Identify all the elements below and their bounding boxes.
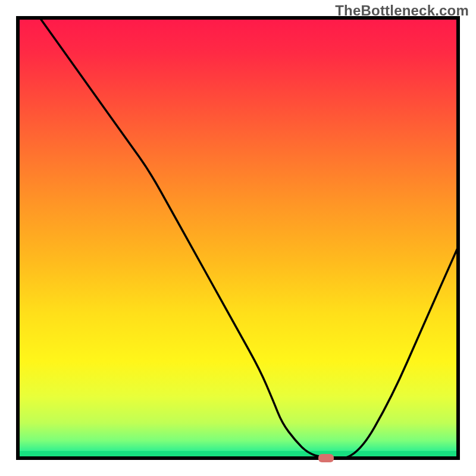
bottleneck-chart [0, 0, 476, 476]
current-point-marker [318, 454, 334, 462]
watermark-label: TheBottleneck.com [335, 2, 469, 19]
chart-container: TheBottleneck.com [0, 0, 476, 476]
